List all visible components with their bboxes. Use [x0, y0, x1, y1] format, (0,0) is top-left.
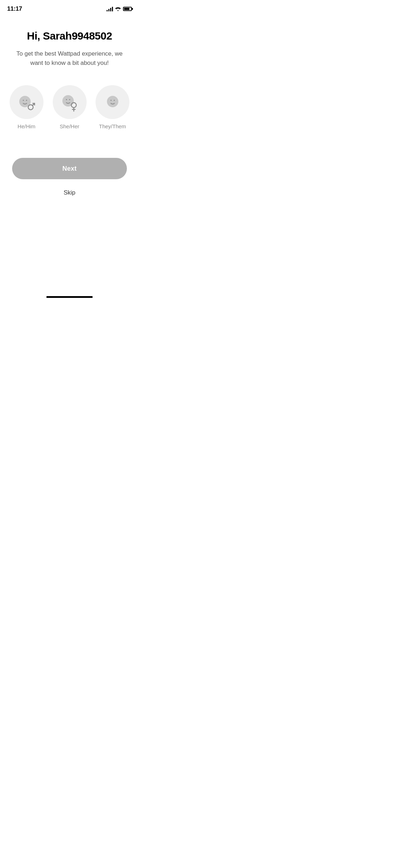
gender-option-they-them[interactable]: They/Them — [94, 85, 130, 129]
status-time: 11:17 — [7, 5, 22, 12]
svg-point-10 — [71, 103, 76, 108]
home-indicator — [46, 296, 93, 298]
status-icons — [107, 7, 132, 11]
gender-label-he-him: He/Him — [17, 123, 35, 129]
female-icon — [59, 92, 80, 113]
svg-rect-8 — [66, 99, 67, 100]
male-icon — [16, 92, 37, 113]
gender-label-she-her: She/Her — [60, 123, 79, 129]
gender-circle-female — [53, 85, 87, 119]
gender-circle-neutral — [96, 85, 129, 119]
gender-option-he-him[interactable]: He/Him — [9, 85, 45, 129]
button-container: Next Skip — [9, 158, 130, 199]
svg-rect-15 — [114, 100, 115, 101]
wifi-icon — [115, 7, 121, 11]
svg-rect-14 — [110, 100, 112, 101]
gender-label-they-them: They/Them — [99, 123, 126, 129]
svg-rect-1 — [23, 100, 24, 101]
greeting-title: Hi, Sarah9948502 — [27, 30, 112, 42]
status-bar: 11:17 — [0, 0, 139, 16]
main-content: Hi, Sarah9948502 To get the best Wattpad… — [0, 16, 139, 199]
svg-point-13 — [107, 96, 118, 107]
gender-options-container: He/Him She/Her — [9, 85, 130, 129]
svg-rect-2 — [26, 100, 27, 101]
svg-rect-9 — [69, 99, 70, 100]
battery-icon — [123, 7, 132, 11]
svg-point-7 — [62, 95, 74, 107]
gender-option-she-her[interactable]: She/Her — [52, 85, 88, 129]
neutral-icon — [102, 92, 123, 113]
signal-icon — [107, 7, 113, 11]
next-button[interactable]: Next — [12, 158, 127, 179]
subtitle-text: To get the best Wattpad experience, we w… — [16, 49, 123, 67]
skip-button[interactable]: Skip — [56, 186, 82, 199]
gender-circle-male — [10, 85, 43, 119]
